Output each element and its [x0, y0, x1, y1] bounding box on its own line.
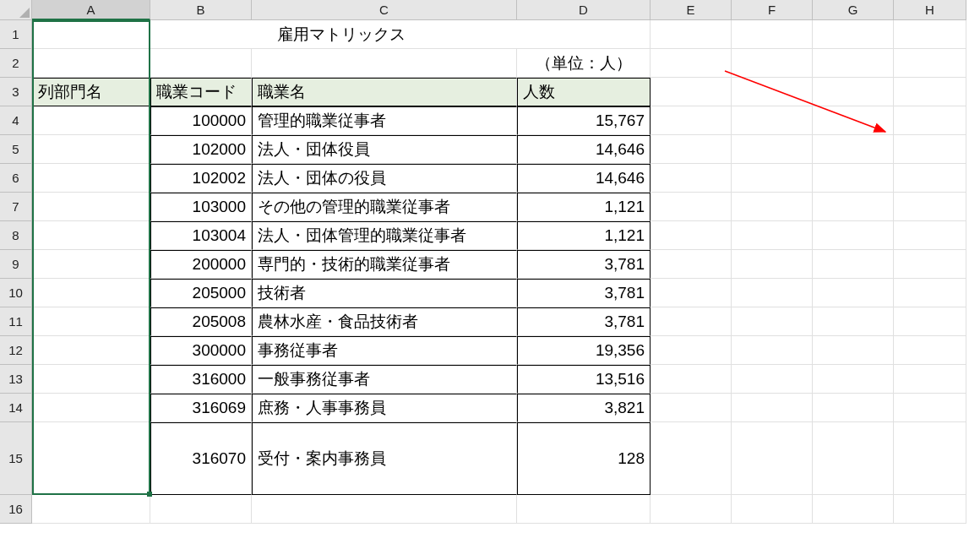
empty-cell[interactable] — [252, 495, 517, 524]
cell-count[interactable]: 3,781 — [517, 250, 651, 279]
column-header-D[interactable]: D — [517, 0, 651, 20]
column-header-B[interactable]: B — [150, 0, 252, 20]
cell-deptname[interactable] — [32, 394, 150, 422]
empty-cell[interactable] — [813, 221, 894, 250]
empty-cell[interactable] — [894, 106, 966, 135]
empty-cell[interactable] — [732, 495, 813, 524]
empty-cell[interactable] — [651, 307, 732, 336]
empty-cell[interactable] — [651, 250, 732, 279]
empty-cell[interactable] — [732, 307, 813, 336]
empty-cell[interactable] — [894, 336, 966, 365]
empty-cell[interactable] — [813, 20, 894, 49]
row-header-8[interactable]: 8 — [0, 221, 32, 250]
row-header-9[interactable]: 9 — [0, 250, 32, 279]
empty-cell[interactable] — [651, 164, 732, 193]
empty-cell[interactable] — [732, 394, 813, 422]
empty-cell[interactable] — [894, 279, 966, 307]
empty-cell[interactable] — [651, 49, 732, 78]
empty-cell[interactable] — [813, 193, 894, 221]
cell-deptname[interactable] — [32, 365, 150, 394]
cell-count[interactable]: 14,646 — [517, 135, 651, 164]
unit-cell[interactable]: （単位：人） — [517, 49, 651, 78]
cell-c2[interactable] — [252, 49, 517, 78]
empty-cell[interactable] — [651, 365, 732, 394]
empty-cell[interactable] — [732, 365, 813, 394]
column-header-E[interactable]: E — [651, 0, 732, 20]
cell-code[interactable]: 103000 — [150, 193, 252, 221]
cell-occupation[interactable]: 法人・団体管理的職業従事者 — [252, 221, 517, 250]
empty-cell[interactable] — [894, 49, 966, 78]
empty-cell[interactable] — [813, 495, 894, 524]
empty-cell[interactable] — [813, 78, 894, 106]
cell-code[interactable]: 300000 — [150, 336, 252, 365]
column-header-H[interactable]: H — [894, 0, 966, 20]
column-header-G[interactable]: G — [813, 0, 894, 20]
empty-cell[interactable] — [813, 365, 894, 394]
cell-deptname[interactable] — [32, 135, 150, 164]
cell-occupation[interactable]: 法人・団体の役員 — [252, 164, 517, 193]
empty-cell[interactable] — [651, 221, 732, 250]
row-header-7[interactable]: 7 — [0, 193, 32, 221]
cell-code[interactable]: 316070 — [150, 422, 252, 495]
cell-code[interactable]: 200000 — [150, 250, 252, 279]
empty-cell[interactable] — [150, 495, 252, 524]
cell-count[interactable]: 1,121 — [517, 221, 651, 250]
empty-cell[interactable] — [813, 336, 894, 365]
cell-deptname[interactable] — [32, 336, 150, 365]
empty-cell[interactable] — [813, 250, 894, 279]
cell-occupation[interactable]: 事務従事者 — [252, 336, 517, 365]
cell-count[interactable]: 15,767 — [517, 106, 651, 135]
header-col-d[interactable]: 人数 — [517, 78, 651, 106]
empty-cell[interactable] — [651, 106, 732, 135]
row-header-4[interactable]: 4 — [0, 106, 32, 135]
cell-code[interactable]: 205000 — [150, 279, 252, 307]
empty-cell[interactable] — [732, 221, 813, 250]
empty-cell[interactable] — [517, 495, 651, 524]
empty-cell[interactable] — [651, 336, 732, 365]
empty-cell[interactable] — [651, 279, 732, 307]
empty-cell[interactable] — [732, 336, 813, 365]
empty-cell[interactable] — [732, 279, 813, 307]
empty-cell[interactable] — [894, 365, 966, 394]
cell-b2[interactable] — [150, 49, 252, 78]
empty-cell[interactable] — [732, 250, 813, 279]
cell-deptname[interactable] — [32, 279, 150, 307]
empty-cell[interactable] — [732, 20, 813, 49]
cell-occupation[interactable]: 庶務・人事事務員 — [252, 394, 517, 422]
empty-cell[interactable] — [813, 422, 894, 495]
row-header-6[interactable]: 6 — [0, 164, 32, 193]
cell-count[interactable]: 14,646 — [517, 164, 651, 193]
empty-cell[interactable] — [813, 394, 894, 422]
empty-cell[interactable] — [813, 135, 894, 164]
empty-cell[interactable] — [894, 78, 966, 106]
row-header-12[interactable]: 12 — [0, 336, 32, 365]
select-all-corner[interactable] — [0, 0, 32, 20]
cell-deptname[interactable] — [32, 307, 150, 336]
cell-deptname[interactable] — [32, 164, 150, 193]
row-header-11[interactable]: 11 — [0, 307, 32, 336]
empty-cell[interactable] — [651, 78, 732, 106]
row-header-10[interactable]: 10 — [0, 279, 32, 307]
empty-cell[interactable] — [732, 193, 813, 221]
cell-code[interactable]: 100000 — [150, 106, 252, 135]
cell-code[interactable]: 103004 — [150, 221, 252, 250]
row-header-16[interactable]: 16 — [0, 495, 32, 524]
empty-cell[interactable] — [894, 20, 966, 49]
row-header-2[interactable]: 2 — [0, 49, 32, 78]
empty-cell[interactable] — [894, 193, 966, 221]
empty-cell[interactable] — [32, 495, 150, 524]
title-cell[interactable]: 雇用マトリックス — [32, 20, 651, 49]
cell-count[interactable]: 3,781 — [517, 307, 651, 336]
empty-cell[interactable] — [651, 394, 732, 422]
cell-occupation[interactable]: 技術者 — [252, 279, 517, 307]
cell-occupation[interactable]: 管理的職業従事者 — [252, 106, 517, 135]
cell-a2[interactable] — [32, 49, 150, 78]
empty-cell[interactable] — [894, 495, 966, 524]
cell-occupation[interactable]: その他の管理的職業従事者 — [252, 193, 517, 221]
empty-cell[interactable] — [732, 106, 813, 135]
cell-count[interactable]: 1,121 — [517, 193, 651, 221]
header-col-b[interactable]: 職業コード — [150, 78, 252, 106]
cell-deptname[interactable] — [32, 193, 150, 221]
empty-cell[interactable] — [894, 422, 966, 495]
cell-occupation[interactable]: 受付・案内事務員 — [252, 422, 517, 495]
